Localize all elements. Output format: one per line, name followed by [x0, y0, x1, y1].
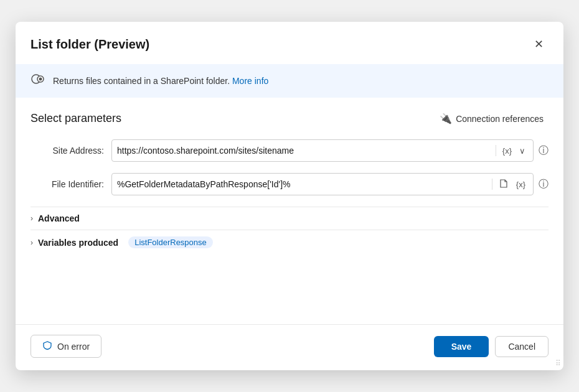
divider	[496, 145, 496, 156]
shield-icon	[42, 340, 52, 352]
close-button[interactable]: ✕	[529, 34, 548, 54]
variables-produced-row[interactable]: › Variables produced ListFolderResponse	[31, 230, 548, 254]
info-banner: Returns files contained in a SharePoint …	[16, 64, 563, 98]
section-title: Select parameters	[31, 112, 121, 125]
file-identifier-input-wrapper[interactable]: {x}	[111, 173, 534, 195]
variable-icon2: {x}	[516, 180, 525, 189]
variable-icon: {x}	[502, 146, 512, 156]
variable-badge: ListFolderResponse	[128, 236, 213, 248]
site-address-label: Site Address:	[31, 146, 111, 156]
dialog-body: Select parameters 🔌 Connection reference…	[16, 98, 563, 314]
variables-produced-label: Variables produced	[38, 238, 118, 248]
file-identifier-input[interactable]	[117, 179, 488, 189]
variable-button-file[interactable]: {x}	[514, 179, 528, 190]
advanced-chevron-icon: ›	[31, 214, 33, 223]
site-address-row: Site Address: {x} ∨ ⓘ	[31, 139, 548, 162]
dropdown-button-site[interactable]: ∨	[517, 145, 528, 157]
on-error-button[interactable]: On error	[31, 335, 101, 358]
advanced-row[interactable]: › Advanced	[31, 207, 548, 230]
on-error-label: On error	[57, 342, 90, 352]
footer-right: Save Cancel	[434, 336, 548, 357]
more-info-link[interactable]: More info	[232, 76, 268, 86]
site-address-input-wrapper[interactable]: {x} ∨	[111, 139, 534, 162]
info-circle-icon: ⓘ	[539, 144, 548, 157]
variable-button-site[interactable]: {x}	[500, 145, 514, 157]
site-address-input[interactable]	[117, 146, 492, 156]
info-circle-icon2: ⓘ	[539, 178, 548, 191]
file-icon	[499, 179, 509, 190]
file-identifier-row: File Identifier: {x} ⓘ	[31, 173, 548, 195]
file-button[interactable]	[496, 177, 511, 192]
dialog-footer: On error Save Cancel	[16, 324, 563, 370]
info-banner-text: Returns files contained in a SharePoint …	[53, 76, 268, 86]
close-icon: ✕	[534, 37, 544, 51]
variables-chevron-icon: ›	[31, 238, 33, 247]
section-header: Select parameters 🔌 Connection reference…	[31, 110, 548, 127]
svg-point-2	[39, 78, 42, 81]
connection-references-button[interactable]: 🔌 Connection references	[435, 110, 548, 127]
resize-handle: ⠿	[555, 359, 561, 368]
connection-references-label: Connection references	[456, 114, 544, 124]
sharepoint-icon	[31, 72, 45, 90]
site-address-info-button[interactable]: ⓘ	[539, 144, 548, 157]
file-identifier-info-button[interactable]: ⓘ	[539, 178, 548, 191]
divider2	[492, 179, 492, 190]
plug-icon: 🔌	[440, 113, 452, 124]
file-identifier-label: File Identifier:	[31, 179, 111, 189]
dialog-header: List folder (Preview) ✕	[16, 22, 563, 64]
save-button[interactable]: Save	[434, 336, 489, 357]
cancel-button[interactable]: Cancel	[495, 336, 548, 357]
dialog-title: List folder (Preview)	[31, 37, 149, 52]
advanced-label: Advanced	[38, 213, 80, 223]
chevron-down-icon: ∨	[519, 146, 525, 156]
dialog: List folder (Preview) ✕ Returns files co…	[16, 22, 563, 370]
